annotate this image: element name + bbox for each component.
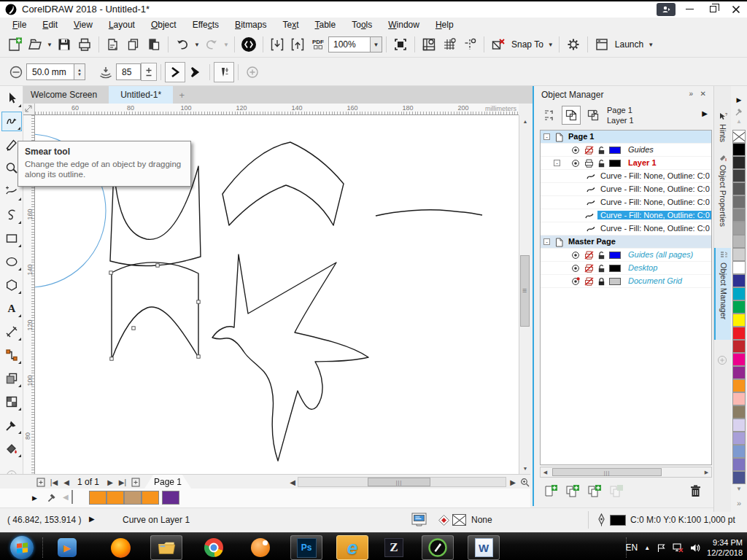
collapse-icon[interactable]: - (543, 133, 550, 140)
palette-swatch-d9d2ef[interactable] (732, 419, 746, 432)
docker-collapse-icon[interactable]: » (689, 90, 693, 98)
menu-effects[interactable]: Effects (185, 18, 227, 31)
visibility-eye-icon[interactable] (571, 277, 580, 286)
palette-swatch-00a7c6[interactable] (732, 287, 746, 300)
open-caret-icon[interactable]: ▼ (45, 42, 54, 48)
lock-icon[interactable] (597, 264, 605, 273)
tree-horizontal-scrollbar[interactable]: ◀ ||| ▶ (540, 467, 712, 478)
network-icon[interactable] (673, 543, 684, 553)
pressure-input[interactable]: 85 (116, 63, 141, 80)
tree-scroll-thumb[interactable]: ||| (552, 468, 662, 476)
tree-row-page-1[interactable]: -Page 1 (541, 131, 711, 144)
copy-button[interactable] (123, 34, 144, 55)
collapse-icon[interactable]: - (543, 238, 550, 245)
snap-to-caret-icon[interactable]: ▼ (546, 42, 555, 48)
palette-swatch-a0a0a0[interactable] (732, 222, 746, 235)
show-guidelines-toggle[interactable] (460, 34, 480, 55)
pressure-stepper[interactable] (141, 63, 157, 81)
docker-tab-object-properties[interactable]: Object Properties (714, 150, 731, 244)
taskbar-file-explorer-icon[interactable] (150, 535, 182, 560)
full-screen-preview-button[interactable] (390, 34, 411, 55)
add-page-start-button[interactable] (35, 476, 47, 488)
palette-swatch-fbb9b3[interactable] (732, 392, 746, 405)
visibility-eye-icon[interactable] (571, 159, 580, 168)
undo-button[interactable] (172, 34, 193, 55)
previous-page-button[interactable]: ◀ (61, 476, 71, 488)
search-content-button[interactable] (239, 34, 259, 55)
docker-flyout-icon[interactable]: ▶ (702, 109, 708, 117)
tree-scroll-left-icon[interactable]: ◀ (541, 467, 550, 477)
palette-expand-icon[interactable]: » (731, 499, 747, 508)
taskbar-z-app-icon[interactable]: Z (378, 535, 410, 560)
palette-swatch-b8b8b8[interactable] (732, 235, 746, 248)
redo-button[interactable] (201, 34, 222, 55)
new-tab-button[interactable]: + (173, 86, 190, 104)
docker-tab-hints[interactable]: ?Hints (714, 109, 731, 147)
new-document-button[interactable] (4, 34, 25, 55)
lock-icon[interactable] (597, 277, 605, 286)
docpalette-swatch-f7941d[interactable] (107, 491, 124, 505)
layer-color-swatch[interactable] (609, 265, 621, 272)
curve-wavy-square-bottom[interactable] (112, 262, 198, 359)
palette-swatch-00a651[interactable] (732, 300, 746, 314)
pen-tilt-button[interactable] (214, 62, 234, 82)
palette-swatch-c1272d[interactable] (732, 340, 746, 353)
docker-tab-object-manager[interactable]: Object Manager (714, 248, 731, 340)
ruler-origin-button[interactable] (23, 104, 35, 115)
smooth-smear-button[interactable] (165, 62, 185, 82)
show-object-properties-button[interactable] (540, 106, 559, 125)
layer-color-swatch[interactable] (609, 160, 621, 167)
show-grid-toggle[interactable] (439, 34, 460, 55)
palette-swatch-ffffff[interactable] (732, 261, 746, 274)
docpalette-eyedropper-icon[interactable] (47, 491, 57, 503)
docpalette-flyout-icon[interactable]: ▶ (32, 494, 37, 502)
rectangle-tool[interactable] (1, 228, 22, 248)
tree-scroll-right-icon[interactable]: ▶ (702, 467, 711, 477)
paste-button[interactable] (144, 34, 164, 55)
nib-size-spinner[interactable]: ▲▼ (74, 63, 85, 80)
connector-tool[interactable] (1, 345, 22, 365)
palette-eyedropper-icon[interactable] (731, 106, 747, 117)
layer-color-swatch[interactable] (609, 147, 621, 154)
palette-swatch-d0d0d0[interactable] (732, 248, 746, 261)
tree-row-curve-fill-none-outline-c-0[interactable]: Curve - Fill: None, Outline: C:0 (541, 209, 711, 222)
palette-swatch-none[interactable] (732, 130, 746, 143)
taskbar-media-player-icon[interactable]: ▶ (51, 535, 83, 560)
printable-icon[interactable] (584, 146, 594, 155)
ellipse-tool[interactable] (1, 252, 22, 271)
show-rulers-toggle[interactable] (419, 34, 439, 55)
launch-dropdown[interactable]: Launch (612, 39, 646, 50)
menu-object[interactable]: Object (143, 18, 185, 31)
tree-row-curve-fill-none-outline-c-0[interactable]: Curve - Fill: None, Outline: C:0 (541, 183, 711, 196)
tree-row-master-page[interactable]: -Master Page (541, 236, 711, 249)
fill-color-icon[interactable] (438, 514, 450, 526)
docpalette-swatch-f7941d[interactable] (89, 491, 107, 505)
palette-swatch-2e3192[interactable] (732, 274, 746, 287)
menu-tools[interactable]: Tools (344, 18, 380, 31)
palette-swatch-fff200[interactable] (732, 314, 746, 327)
palette-swatch-a89fd8[interactable] (732, 432, 746, 445)
add-page-end-button[interactable] (130, 476, 142, 488)
page-1-tab[interactable]: Page 1 (144, 475, 191, 489)
palette-swatch-404040[interactable] (732, 169, 746, 182)
curve-chevron-band[interactable] (222, 142, 344, 225)
new-master-layer-even-button[interactable] (607, 481, 626, 500)
menu-view[interactable]: View (66, 18, 101, 31)
tray-expand-icon[interactable]: ▲ (644, 545, 650, 551)
cut-button[interactable] (103, 34, 123, 55)
docpalette-scroll-left-icon[interactable]: ◀ (63, 493, 69, 501)
smart-fill-tool[interactable] (1, 438, 22, 458)
palette-swatch-7e9ad0[interactable] (732, 445, 746, 458)
taskbar-clock[interactable]: 9:34 PM12/2/2018 (707, 537, 746, 558)
scroll-up-icon[interactable]: ▲ (519, 115, 531, 127)
horizontal-scroll-thumb[interactable]: ||| (368, 478, 430, 486)
docpalette-swatch-none[interactable] (71, 490, 73, 504)
drop-shadow-tool[interactable] (1, 368, 22, 388)
restore-button[interactable] (703, 2, 722, 16)
palette-swatch-f7941d[interactable] (732, 379, 746, 392)
taskbar-chrome-icon[interactable] (198, 535, 230, 560)
tab-untitled-1[interactable]: Untitled-1* (109, 86, 173, 104)
printable-icon[interactable] (584, 277, 594, 286)
printable-icon[interactable] (584, 251, 594, 260)
docpalette-swatch-f7941d[interactable] (142, 491, 159, 505)
